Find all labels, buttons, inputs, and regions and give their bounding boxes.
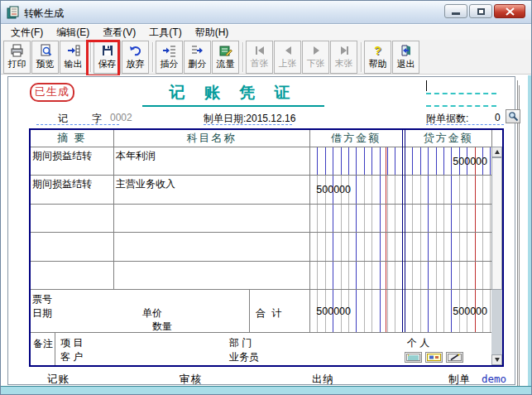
- menu-bar: 文件(F) 编辑(E) 查看(V) 工具(T) 帮助(H): [1, 25, 531, 40]
- footer-date-label: 日期: [32, 306, 52, 320]
- debit-value: 500000: [316, 184, 402, 195]
- window-bottom-edge: [1, 386, 531, 395]
- total-credit-value: 500000: [453, 306, 491, 317]
- date-value: 2015.12.16: [246, 113, 295, 124]
- debit-cell[interactable]: 500000: [310, 176, 402, 204]
- toolbar: 打印 预览 输出 保存 放弃 插分 删分 流量: [1, 40, 531, 75]
- unit-price-label: 单价: [142, 306, 162, 320]
- debit-cell[interactable]: [310, 262, 402, 289]
- voucher-table: 摘 要 科目名称 借方金额 贷方金额: [29, 128, 504, 367]
- row-account[interactable]: 本年利润: [116, 149, 156, 163]
- toolbar-separator: [240, 41, 246, 74]
- magnifier-icon: [508, 111, 519, 122]
- exit-door-icon: [400, 44, 413, 57]
- app-window: 转帐生成 文件(F) 编辑(E) 查看(V) 工具(T) 帮助(H) 打印 预览…: [0, 0, 532, 395]
- restore-icon: [477, 8, 485, 15]
- menu-help[interactable]: 帮助(H): [189, 24, 236, 41]
- export-button[interactable]: 输出: [60, 41, 87, 74]
- scroll-down-icon: [495, 358, 500, 362]
- app-icon: [7, 6, 20, 22]
- window-title: 转帐生成: [24, 7, 64, 21]
- save-button[interactable]: 保存: [93, 41, 121, 74]
- row-summary[interactable]: 期间损益结转: [32, 177, 92, 191]
- print-button[interactable]: 打印: [3, 41, 31, 74]
- insert-split-button[interactable]: 插分: [156, 41, 183, 74]
- menu-edit[interactable]: 编辑(E): [50, 24, 96, 41]
- toolbar-separator: [358, 41, 364, 74]
- preparer-label: 制单: [448, 373, 471, 387]
- row-summary[interactable]: 期间损益结转: [32, 149, 92, 163]
- attachments-lookup-button[interactable]: [506, 109, 520, 123]
- close-button[interactable]: [494, 4, 525, 18]
- previous-voucher-button[interactable]: 上张: [274, 41, 301, 74]
- title-bar[interactable]: 转帐生成: [1, 1, 531, 24]
- scroll-thumb[interactable]: [491, 157, 502, 290]
- header-debit: 借方金额: [309, 130, 402, 147]
- credit-cell[interactable]: [405, 205, 491, 232]
- menu-view[interactable]: 查看(V): [96, 24, 142, 41]
- flow-notebook-icon: [218, 44, 232, 57]
- delete-split-icon: [191, 44, 204, 57]
- department-label[interactable]: 部 门: [229, 336, 252, 350]
- scroll-up-button[interactable]: [491, 147, 502, 157]
- delete-split-button[interactable]: 删分: [184, 41, 211, 74]
- debit-cell[interactable]: [310, 147, 402, 175]
- dashed-field-line: [426, 105, 496, 107]
- scroll-down-button[interactable]: [491, 354, 502, 365]
- note-list-button[interactable]: [405, 352, 422, 363]
- dashed-underline: [426, 124, 504, 125]
- date-label: 制单日期:: [204, 113, 246, 124]
- first-voucher-button[interactable]: 首张: [246, 41, 273, 74]
- minimize-icon: [452, 12, 460, 15]
- insert-split-icon: [163, 44, 176, 57]
- debit-cell[interactable]: [310, 233, 402, 261]
- header-summary: 摘 要: [31, 130, 113, 147]
- previous-icon: [281, 45, 295, 56]
- cashier-label: 出纳: [312, 373, 334, 387]
- project-label[interactable]: 项 目: [60, 336, 83, 350]
- credit-cell[interactable]: [405, 176, 491, 204]
- menu-file[interactable]: 文件(F): [4, 24, 50, 41]
- voucher-number[interactable]: 0002: [110, 112, 132, 123]
- flow-button[interactable]: 流量: [212, 41, 239, 74]
- customer-label[interactable]: 客 户: [60, 350, 83, 364]
- attachments-count[interactable]: 0: [495, 112, 501, 123]
- debit-cell[interactable]: [310, 205, 402, 232]
- next-voucher-button[interactable]: 下张: [302, 41, 329, 74]
- salesman-label[interactable]: 业务员: [229, 350, 259, 364]
- image-button[interactable]: [425, 352, 443, 363]
- table-line: [402, 130, 403, 332]
- quantity-label: 数量: [152, 320, 172, 334]
- menu-tools[interactable]: 工具(T): [142, 24, 188, 41]
- discard-button[interactable]: 放弃: [122, 41, 149, 74]
- dashed-underline: [36, 124, 119, 125]
- next-icon: [309, 45, 323, 56]
- exit-button[interactable]: 退出: [392, 41, 419, 74]
- table-scrollbar[interactable]: [491, 147, 502, 365]
- credit-cell[interactable]: [405, 262, 491, 289]
- text-cursor: [426, 80, 427, 91]
- remark-label: 备注: [32, 339, 54, 349]
- help-button[interactable]: ? 帮助: [364, 41, 391, 74]
- header-credit: 贷方金额: [405, 130, 491, 147]
- last-voucher-button[interactable]: 末张: [330, 41, 357, 74]
- preview-icon: [39, 44, 52, 57]
- table-line: [249, 289, 250, 332]
- help-icon: ?: [374, 45, 381, 57]
- wand-button[interactable]: [446, 352, 463, 363]
- restore-button[interactable]: [469, 4, 492, 18]
- total-debit-value: 500000: [316, 306, 402, 317]
- credit-cell[interactable]: 500000: [405, 147, 491, 175]
- person-label[interactable]: 个 人: [407, 336, 429, 350]
- credit-cell[interactable]: [405, 233, 491, 261]
- note-list-icon: [406, 354, 420, 361]
- row-account[interactable]: 主营业务收入: [116, 177, 175, 191]
- minimize-button[interactable]: [444, 4, 467, 18]
- header-account: 科目名称: [113, 130, 309, 147]
- image-icon: [427, 354, 441, 361]
- bookkeeping-label: 记账: [47, 373, 69, 387]
- preview-button[interactable]: 预览: [31, 41, 59, 74]
- wand-icon: [448, 354, 462, 361]
- total-debit-cell: 500000: [310, 290, 402, 332]
- table-line: [31, 332, 491, 333]
